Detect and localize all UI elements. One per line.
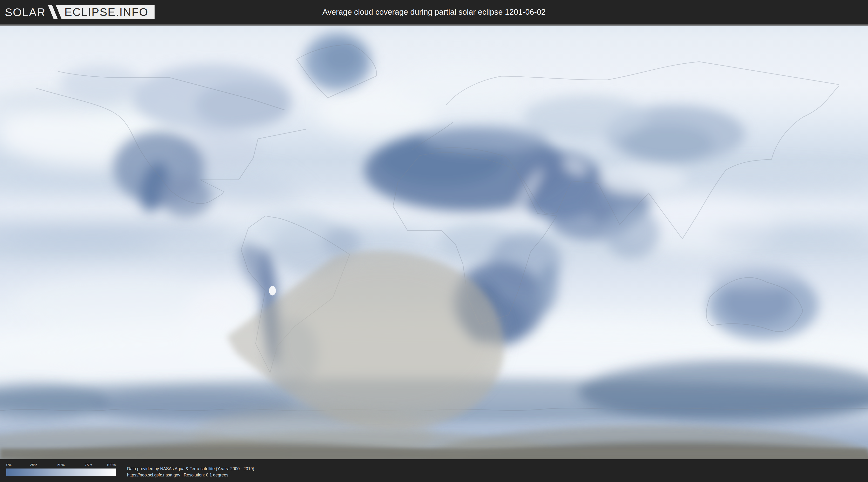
legend-tick-50: 50% <box>57 463 65 467</box>
antarctic-shadow-strip <box>0 449 868 459</box>
cloud-coverage-legend: 0% 25% 50% 75% 100% <box>6 463 116 477</box>
site-logo[interactable]: SOLAR ECLIPSE.INFO <box>5 0 155 24</box>
legend-tick-labels: 0% 25% 50% 75% 100% <box>6 463 116 468</box>
salt-flat-highlight <box>269 286 276 295</box>
legend-gradient-bar <box>6 469 116 476</box>
page-title: Average cloud coverage during partial so… <box>322 0 546 24</box>
legend-tick-0: 0% <box>6 463 11 467</box>
logo-text-solar: SOLAR <box>5 5 45 19</box>
legend-tick-25: 25% <box>30 463 37 467</box>
header-bar: SOLAR ECLIPSE.INFO Average cloud coverag… <box>0 0 868 24</box>
logo-text-eclipse-info: ECLIPSE.INFO <box>56 5 155 19</box>
legend-tick-75: 75% <box>85 463 92 467</box>
footer-bar: 0% 25% 50% 75% 100% Data provided by NAS… <box>0 459 868 482</box>
attribution-text: Data provided by NASAs Aqua & Terra sate… <box>127 465 254 478</box>
logo-slash-icon <box>48 5 58 19</box>
attribution-line-1: Data provided by NASAs Aqua & Terra sate… <box>127 465 254 472</box>
attribution-line-2: https://neo.sci.gsfc.nasa.gov | Resoluti… <box>127 472 254 478</box>
world-cloud-map-svg <box>0 26 868 459</box>
legend-tick-100: 100% <box>106 463 116 467</box>
cloud-coverage-map <box>0 26 868 459</box>
